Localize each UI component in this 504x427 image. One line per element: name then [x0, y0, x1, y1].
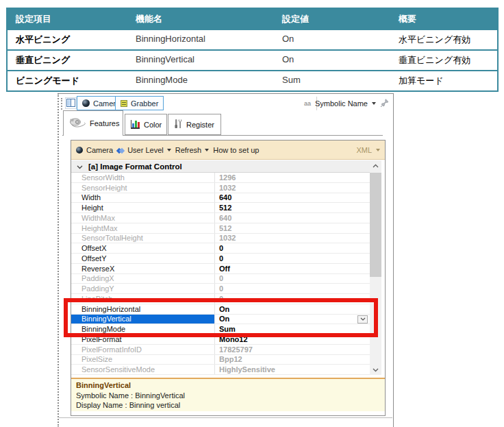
grid-row-name: PixelSize [71, 355, 215, 365]
grid-row-name: WidthMax [71, 213, 215, 223]
settings-table-header: 設定項目 機能名 設定値 概要 [8, 9, 497, 29]
user-level-icon [117, 146, 124, 154]
table-row: 水平ビニング BinningHorizontal On 水平ビニング有効 [8, 29, 497, 49]
settings-table: 設定項目 機能名 設定値 概要 水平ビニング BinningHorizontal… [6, 8, 499, 92]
grid-row-value: Sum [215, 325, 370, 333]
grid-row-value: 512 [215, 224, 370, 232]
grid-row-name: BinningHorizontal [71, 304, 215, 314]
grid-row-name: SensorHeight [71, 183, 215, 193]
grid-row-value: 1296 [215, 173, 370, 182]
grid-row[interactable]: BinningHorizontal On [71, 304, 370, 315]
cell-value: Sum [274, 71, 390, 90]
grid-row-value: On [215, 315, 370, 323]
grid-row[interactable]: WidthMax 640 [71, 213, 370, 223]
table-row: 垂直ビニング BinningVertical On 垂直ビニング有効 [8, 49, 497, 70]
grid-row[interactable]: OffsetY 0 [71, 254, 370, 264]
user-level-menu[interactable]: User Level [117, 146, 171, 154]
display-mode-selector[interactable]: aa Symbolic Name [304, 98, 390, 109]
grid-row-name: Width [71, 193, 215, 203]
toolbar-grip[interactable] [61, 98, 64, 110]
grid-row[interactable]: OffsetX 0 [71, 243, 370, 254]
grid-row[interactable]: SensorHeight 1032 [71, 183, 370, 193]
grid-row-value: 1032 [215, 184, 370, 192]
grid-row-name: PixelFormat [71, 334, 215, 344]
value-dropdown-button[interactable] [357, 315, 368, 324]
col-header-feature: 機能名 [127, 9, 274, 29]
grid-row[interactable]: PaddingX 0 [71, 274, 370, 284]
display-mode-label: Symbolic Name [315, 99, 368, 108]
tab-color-label: Color [144, 121, 162, 129]
grabber-icon [121, 100, 127, 107]
grid-row[interactable]: PixelFormat Mono12 [71, 334, 370, 345]
grid-row[interactable]: ReverseX Off [71, 264, 370, 274]
cell-setting: 垂直ビニング [8, 51, 127, 70]
scrollbar-thumb[interactable] [370, 173, 381, 277]
chevron-down-icon [167, 149, 171, 151]
grid-row-name: OffsetX [71, 243, 215, 253]
xml-menu[interactable]: XML [356, 146, 380, 154]
camera-viewer-panel: Camera Grabber aa Symbolic Name Features… [58, 93, 394, 427]
grid-row[interactable]: Width 640 [71, 193, 370, 204]
grid-row[interactable]: HeightMax 512 [71, 223, 370, 234]
feature-toolbar-camera[interactable]: Camera [76, 146, 113, 154]
grid-row[interactable]: SensorTotalHeight 1032 [71, 234, 370, 244]
grid-row-name: PaddingY [71, 284, 215, 293]
grid-row[interactable]: PaddingY 0 [71, 284, 370, 294]
top-toolbar: Camera Grabber aa Symbolic Name [59, 95, 393, 112]
how-to-set-up-menu[interactable]: How to set up [213, 146, 259, 154]
cell-summary: 加算モード [390, 71, 497, 90]
vertical-scrollbar[interactable] [370, 160, 381, 375]
xml-label: XML [356, 146, 372, 154]
cell-setting: ビニングモード [8, 71, 127, 90]
grid-row[interactable]: PixelFormatInfoID 17825797 [71, 345, 370, 355]
grid-row[interactable]: Height 512 [71, 203, 370, 213]
property-grid: [a] Image Format Control SensorWidth 129… [71, 160, 370, 375]
refresh-label: Refresh [175, 146, 202, 154]
user-level-label: User Level [127, 146, 164, 154]
tab-register-label: Register [186, 121, 214, 129]
grid-row-name: BinningVertical [71, 315, 215, 324]
grid-row-value: 1032 [215, 234, 370, 242]
feature-toolbar-camera-label: Camera [86, 146, 113, 154]
grid-row-name: PixelFormatInfoID [71, 345, 215, 354]
layout-button[interactable] [65, 97, 77, 109]
scroll-down-button[interactable] [370, 365, 381, 375]
grid-row[interactable]: PixelSize Bpp12 [71, 355, 370, 365]
cell-summary: 垂直ビニング有効 [390, 51, 497, 70]
cell-feature: BinningMode [127, 71, 274, 90]
grid-row[interactable]: BinningVertical On [71, 315, 370, 325]
tab-features[interactable]: Features [63, 110, 123, 136]
grid-row[interactable]: LinePitch 0 [71, 294, 370, 304]
grid-row-name: SensorTotalHeight [71, 234, 215, 243]
grid-row-name: HeightMax [71, 223, 215, 233]
text-format-icon: aa [304, 100, 311, 107]
grid-row[interactable]: BinningMode Sum [71, 324, 370, 334]
grabber-tab-button[interactable]: Grabber [115, 96, 164, 110]
grid-row-value: 0 [215, 254, 370, 263]
grid-row-name: LinePitch [71, 294, 215, 304]
collapse-chevron-icon[interactable] [77, 162, 83, 171]
grid-row-value: 0 [215, 274, 370, 282]
cell-feature: BinningVertical [127, 51, 274, 70]
grid-row[interactable]: SensorWidth 1296 [71, 173, 370, 183]
grid-row-name: ReverseX [71, 264, 215, 273]
col-header-summary: 概要 [390, 9, 497, 29]
description-title: BinningVertical [76, 380, 385, 391]
scroll-up-button[interactable] [370, 160, 381, 171]
tab-register[interactable]: Register [168, 114, 221, 135]
col-header-setting: 設定項目 [8, 9, 127, 29]
grid-row-value: HighlySensitive [215, 365, 370, 374]
cell-feature: BinningHorizontal [127, 30, 274, 49]
cell-summary: 水平ビニング有効 [390, 30, 497, 49]
group-header-image-format-control[interactable]: [a] Image Format Control [71, 160, 370, 173]
grid-rows: SensorWidth 1296 SensorHeight 1032 Width… [71, 173, 370, 375]
table-row: ビニングモード BinningMode Sum 加算モード [8, 70, 497, 90]
tools-icon [174, 119, 182, 130]
color-bars-icon [131, 120, 140, 129]
chevron-down-icon[interactable] [372, 102, 376, 105]
tab-features-label: Features [90, 119, 119, 127]
refresh-menu[interactable]: Refresh [175, 146, 210, 154]
grid-row[interactable]: SensorSensitiveMode HighlySensitive [71, 365, 370, 375]
pushpin-icon[interactable] [380, 98, 390, 109]
tab-color[interactable]: Color [125, 114, 167, 135]
